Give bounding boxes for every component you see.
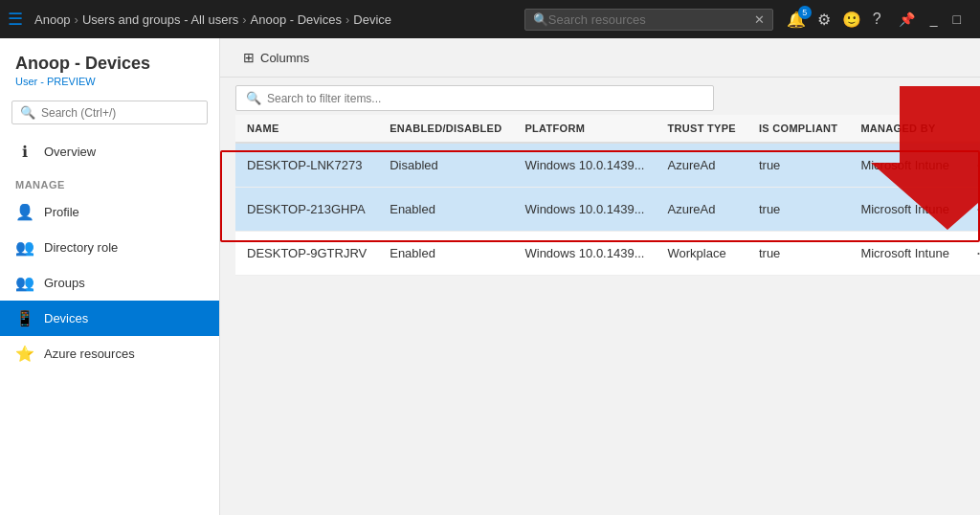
groups-icon: 👥	[15, 274, 34, 292]
cell-name: DESKTOP-LNK7273	[235, 143, 378, 188]
profile-icon: 👤	[15, 203, 34, 221]
table-row[interactable]: DESKTOP-213GHPA Enabled Windows 10.0.143…	[235, 188, 980, 232]
cell-managed-by: Microsoft Intune	[849, 232, 961, 276]
sidebar-item-label-azure: Azure resources	[44, 347, 135, 361]
cell-enabled: Disabled	[378, 143, 513, 188]
cell-name: DESKTOP-9GTRJRV	[235, 232, 378, 276]
content-inner: ⊞ Columns 🔍 NAME ENABLED/DISABLED PLATFO…	[220, 38, 980, 515]
breadcrumb-item-3[interactable]: Anoop - Devices	[251, 12, 342, 27]
global-search-input[interactable]	[548, 12, 740, 27]
breadcrumb: Anoop › Users and groups - All users › A…	[34, 12, 519, 27]
table-row[interactable]: DESKTOP-LNK7273 Disabled Windows 10.0.14…	[235, 143, 980, 188]
table-row[interactable]: DESKTOP-9GTRJRV Enabled Windows 10.0.143…	[235, 232, 980, 276]
content-toolbar: ⊞ Columns	[220, 38, 980, 78]
col-header-trust-type: TRUST TYPE	[657, 115, 747, 143]
sidebar-item-directory-role[interactable]: 👥 Directory role	[0, 230, 219, 265]
sidebar-item-label-groups: Groups	[44, 276, 85, 290]
sidebar-item-overview[interactable]: ℹ Overview	[0, 134, 219, 169]
sidebar-search-box[interactable]: 🔍	[11, 101, 208, 124]
row-more-button[interactable]: ···	[972, 153, 980, 177]
columns-label: Columns	[260, 51, 309, 65]
sidebar-search-input[interactable]	[41, 106, 199, 120]
minimize-button[interactable]: _	[926, 10, 942, 29]
cell-enabled: Enabled	[378, 232, 513, 276]
sidebar-item-label-overview: Overview	[44, 145, 96, 159]
cell-platform: Windows 10.0.1439...	[513, 188, 656, 232]
sidebar-item-azure-resources[interactable]: ⭐ Azure resources	[0, 336, 219, 371]
col-header-compliant: IS COMPLIANT	[747, 115, 849, 143]
cell-platform: Windows 10.0.1439...	[513, 143, 656, 188]
filter-icon: 🔍	[246, 91, 261, 105]
cell-platform: Windows 10.0.1439...	[513, 232, 656, 276]
directory-icon: 👥	[15, 238, 34, 257]
col-header-managed-by: MANAGED BY	[849, 115, 961, 143]
cell-actions: ···	[961, 232, 980, 276]
bell-icon[interactable]: 🔔 5	[787, 11, 806, 29]
settings-icon[interactable]: ⚙	[817, 11, 831, 29]
col-header-enabled: ENABLED/DISABLED	[378, 115, 513, 143]
sidebar-item-label-devices: Devices	[44, 311, 88, 325]
breadcrumb-item-4[interactable]: Device	[353, 12, 391, 27]
main-layout: Anoop - Devices User - PREVIEW 🔍 ℹ Overv…	[0, 38, 980, 515]
devices-icon: 📱	[15, 309, 34, 327]
sidebar-item-groups[interactable]: 👥 Groups	[0, 265, 219, 301]
row-more-button[interactable]: ···	[972, 241, 980, 265]
help-icon[interactable]: ?	[873, 11, 881, 28]
nav-icons-group: 🔔 5 ⚙ 🙂 ?	[787, 11, 881, 29]
sidebar-search-icon: 🔍	[20, 105, 35, 120]
breadcrumb-item-1[interactable]: Anoop	[34, 12, 71, 27]
sidebar-title: Anoop - Devices	[15, 54, 204, 74]
cell-trust-type: Workplace	[657, 232, 747, 276]
table-header-row: NAME ENABLED/DISABLED PLATFORM TRUST TYP…	[235, 115, 980, 143]
cell-trust-type: AzureAd	[657, 143, 747, 188]
col-header-platform: PLATFORM	[513, 115, 656, 143]
cell-managed-by: Microsoft Intune	[849, 188, 961, 232]
search-icon: 🔍	[533, 12, 548, 27]
cell-managed-by: Microsoft Intune	[849, 143, 961, 188]
sidebar-header: Anoop - Devices User - PREVIEW	[0, 38, 219, 91]
sidebar-subtitle: User - PREVIEW	[15, 76, 204, 87]
hamburger-icon[interactable]: ☰	[8, 9, 23, 30]
info-icon: ℹ	[15, 143, 34, 161]
global-search-box[interactable]: 🔍 ✕	[524, 9, 773, 31]
cell-compliant: true	[747, 232, 849, 276]
content-area: ⊞ Columns 🔍 NAME ENABLED/DISABLED PLATFO…	[220, 38, 980, 515]
table-wrapper: NAME ENABLED/DISABLED PLATFORM TRUST TYP…	[220, 115, 980, 515]
cell-actions: ···	[961, 143, 980, 188]
devices-table: NAME ENABLED/DISABLED PLATFORM TRUST TYP…	[235, 115, 980, 276]
col-header-actions	[961, 115, 980, 143]
col-header-name: NAME	[235, 115, 378, 143]
sidebar-item-devices[interactable]: 📱 Devices	[0, 301, 219, 336]
sidebar-nav: ℹ Overview MANAGE 👤 Profile 👥 Directory …	[0, 134, 219, 515]
maximize-button[interactable]: □	[949, 10, 965, 29]
top-nav: ☰ Anoop › Users and groups - All users ›…	[0, 0, 980, 38]
azure-icon: ⭐	[15, 345, 34, 363]
cell-trust-type: AzureAd	[657, 188, 747, 232]
window-controls: 📌 _ □	[887, 10, 972, 29]
filter-input[interactable]	[267, 92, 554, 105]
columns-button[interactable]: ⊞ Columns	[235, 46, 317, 69]
filter-box[interactable]: 🔍	[235, 85, 714, 111]
notification-badge: 5	[798, 6, 812, 19]
clear-search-icon[interactable]: ✕	[754, 12, 765, 27]
sidebar-item-label-directory: Directory role	[44, 240, 118, 255]
cell-name: DESKTOP-213GHPA	[235, 188, 378, 232]
sidebar-section-manage: MANAGE	[0, 169, 219, 194]
sidebar-item-profile[interactable]: 👤 Profile	[0, 194, 219, 230]
sidebar-item-label-profile: Profile	[44, 205, 79, 219]
breadcrumb-item-2[interactable]: Users and groups - All users	[82, 12, 238, 27]
smiley-icon[interactable]: 🙂	[842, 11, 861, 29]
row-more-button[interactable]: ···	[972, 197, 980, 221]
cell-actions: ···	[961, 188, 980, 232]
cell-compliant: true	[747, 143, 849, 188]
pin-button[interactable]: 📌	[895, 10, 919, 29]
cell-compliant: true	[747, 188, 849, 232]
columns-icon: ⊞	[243, 50, 255, 65]
sidebar: Anoop - Devices User - PREVIEW 🔍 ℹ Overv…	[0, 38, 220, 515]
cell-enabled: Enabled	[378, 188, 513, 232]
